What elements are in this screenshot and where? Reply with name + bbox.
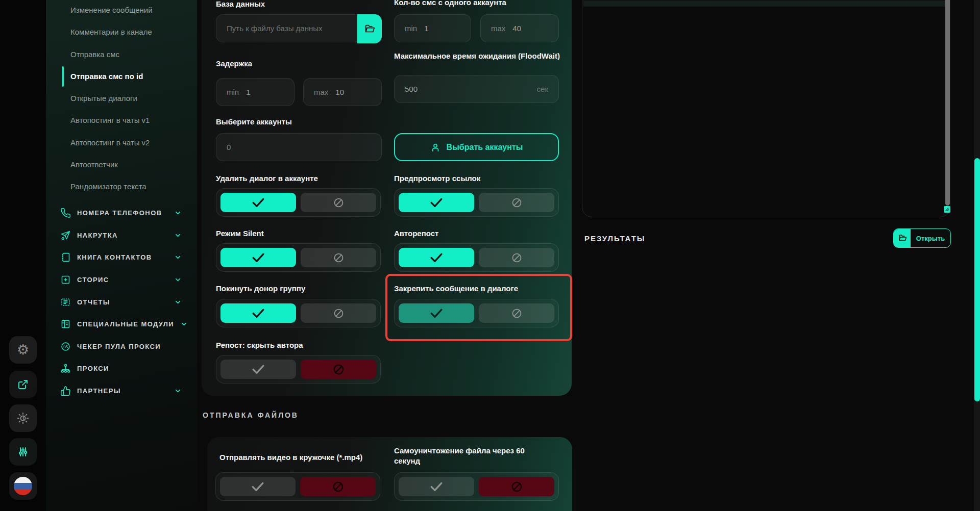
annotation-highlight-box xyxy=(385,274,572,341)
ban-icon xyxy=(332,363,345,376)
delay-label: Задержка xyxy=(216,59,252,68)
section-label: ОТЧЕТЫ xyxy=(77,298,110,306)
chevron-down-icon xyxy=(174,232,182,239)
folder-icon xyxy=(364,23,375,35)
toggle-label: Авторепост xyxy=(394,229,438,238)
db-label: База данных xyxy=(216,0,265,8)
open-results-button[interactable]: Открыть xyxy=(893,228,951,248)
sidebar-item-text-randomizer[interactable]: Рандомизатор текста xyxy=(46,175,197,197)
toggle-no-button[interactable] xyxy=(300,477,376,496)
toggle-self-destruct xyxy=(394,472,559,501)
toggle-label: Режим Silent xyxy=(216,229,264,238)
toggle-no-button[interactable] xyxy=(479,248,554,267)
check-icon xyxy=(429,481,444,492)
sidebar-item-autoposting-v1[interactable]: Автопостинг в чаты v1 xyxy=(46,109,197,131)
toggle-yes-button[interactable] xyxy=(220,303,296,323)
toggle-label: Покинуть донор группу xyxy=(216,284,305,293)
toggle-yes-button[interactable] xyxy=(220,193,296,212)
sidebar: Изменение сообщений Комментарии в канале… xyxy=(46,0,197,511)
section-label: КНИГА КОНТАКТОВ xyxy=(77,253,152,261)
language-button[interactable] xyxy=(9,472,37,500)
floodwait-unit: сек xyxy=(537,85,558,93)
sidebar-section-proxy[interactable]: ПРОКСИ xyxy=(46,357,197,380)
sidebar-sections: НОМЕРА ТЕЛЕФОНОВ НАКРУТКА КНИГА КОНТАКТО… xyxy=(46,202,197,402)
sidebar-section-reports[interactable]: ОТЧЕТЫ xyxy=(46,291,197,313)
max-value: 40 xyxy=(512,24,521,33)
page-scrollbar-thumb[interactable] xyxy=(974,158,980,401)
sms-min-field[interactable]: min1 xyxy=(394,14,471,42)
chevron-down-icon xyxy=(174,387,182,395)
toggle-silent-mode xyxy=(216,243,381,272)
resize-handle[interactable] xyxy=(944,206,950,213)
panel-scrollbar-thumb[interactable] xyxy=(945,0,950,206)
toggle-no-button[interactable] xyxy=(301,248,376,267)
sidebar-item-send-sms[interactable]: Отправка смс xyxy=(46,43,197,65)
chevron-down-icon xyxy=(174,209,182,217)
ban-icon xyxy=(333,197,345,209)
sidebar-item-send-sms-by-id[interactable]: Отправка смс по id xyxy=(46,65,197,87)
delay-max-field[interactable]: max10 xyxy=(303,78,382,106)
chevron-down-icon xyxy=(174,276,182,284)
toggle-no-button[interactable] xyxy=(301,360,376,379)
sms-max-field[interactable]: max40 xyxy=(480,14,559,42)
sidebar-section-stories[interactable]: СТОРИС xyxy=(46,269,197,291)
toggle-no-button[interactable] xyxy=(301,303,376,323)
brightness-icon xyxy=(16,412,30,425)
toggle-no-button[interactable] xyxy=(479,477,554,496)
toggle-yes-button[interactable] xyxy=(399,193,474,212)
ban-icon xyxy=(510,480,523,493)
toggle-autorepost xyxy=(394,243,559,272)
sidebar-item-autoposting-v2[interactable]: Автопостинг в чаты v2 xyxy=(46,132,197,154)
floodwait-field[interactable]: 500 сек xyxy=(394,75,559,103)
chevron-down-icon xyxy=(174,253,182,261)
toggle-leave-donor-group xyxy=(216,299,381,327)
accounts-value: 0 xyxy=(227,143,231,151)
files-section-heading: ОТПРАВКА ФАЙЛОВ xyxy=(203,411,299,419)
sidebar-section-proxy-pool-checker[interactable]: ЧЕКЕР ПУЛА ПРОКСИ xyxy=(46,336,197,358)
settings-card: База данных Задержка min1 max10 Кол-во с… xyxy=(202,0,572,396)
filters-button[interactable] xyxy=(9,438,37,466)
toggle-yes-button[interactable] xyxy=(220,360,296,379)
external-link-button[interactable] xyxy=(9,371,37,398)
chevron-down-icon xyxy=(180,320,188,328)
accounts-count-field[interactable]: 0 xyxy=(216,133,382,161)
sidebar-item-edit-messages[interactable]: Изменение сообщений xyxy=(46,0,197,21)
sidebar-section-partners[interactable]: ПАРТНЕРЫ xyxy=(46,380,197,402)
toggle-no-button[interactable] xyxy=(479,193,554,212)
db-path-input[interactable] xyxy=(216,23,356,33)
panel-top-strip xyxy=(583,1,950,7)
db-browse-button[interactable] xyxy=(357,14,382,43)
toggle-label: Отправлять видео в кружочке (*.mp4) xyxy=(219,453,393,462)
sidebar-item-channel-comments[interactable]: Комментарии в канале xyxy=(46,21,197,43)
section-label: ЧЕКЕР ПУЛА ПРОКСИ xyxy=(77,343,161,350)
toggle-no-button[interactable] xyxy=(301,193,376,212)
sidebar-item-autoresponder[interactable]: Автоответчик xyxy=(46,154,197,175)
receipt-icon xyxy=(60,297,71,308)
person-icon xyxy=(430,142,440,152)
sidebar-submenu: Изменение сообщений Комментарии в канале… xyxy=(46,0,197,198)
ban-icon xyxy=(333,252,345,264)
theme-button[interactable] xyxy=(9,404,37,432)
check-icon xyxy=(429,197,444,208)
settings-button[interactable]: ⚙ xyxy=(9,336,37,364)
sidebar-section-special-modules[interactable]: СПЕЦИАЛЬНЫЕ МОДУЛИ xyxy=(46,313,197,336)
sidebar-section-boosting[interactable]: НАКРУТКА xyxy=(46,224,197,247)
toggle-yes-button[interactable] xyxy=(220,477,296,496)
max-value: 10 xyxy=(335,88,344,96)
modules-icon xyxy=(60,319,71,329)
sidebar-section-contact-book[interactable]: КНИГА КОНТАКТОВ xyxy=(46,246,197,269)
log-output-panel[interactable] xyxy=(582,0,950,217)
section-label: НОМЕРА ТЕЛЕФОНОВ xyxy=(77,209,162,217)
toggle-yes-button[interactable] xyxy=(220,248,296,267)
min-value: 1 xyxy=(246,88,250,96)
choose-accounts-button[interactable]: Выбрать аккаунты xyxy=(394,133,559,161)
toggle-yes-button[interactable] xyxy=(399,477,474,496)
ban-icon xyxy=(511,252,523,264)
section-label: НАКРУТКА xyxy=(77,232,118,239)
toggle-yes-button[interactable] xyxy=(399,248,474,267)
sidebar-section-phone-numbers[interactable]: НОМЕРА ТЕЛЕФОНОВ xyxy=(46,202,197,224)
delay-min-field[interactable]: min1 xyxy=(216,78,295,106)
sidebar-item-open-dialogs[interactable]: Открытые диалоги xyxy=(46,87,197,109)
check-icon xyxy=(251,197,266,208)
paper-plane-icon xyxy=(60,230,71,241)
